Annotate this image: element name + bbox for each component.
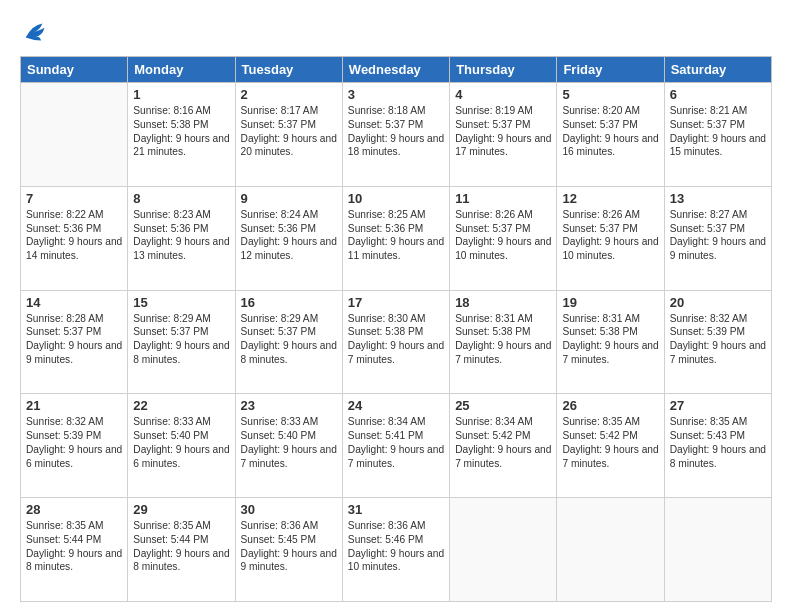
calendar-cell (557, 498, 664, 602)
day-info: Sunrise: 8:31 AM Sunset: 5:38 PM Dayligh… (455, 312, 551, 367)
calendar-cell: 8Sunrise: 8:23 AM Sunset: 5:36 PM Daylig… (128, 186, 235, 290)
calendar-cell: 24Sunrise: 8:34 AM Sunset: 5:41 PM Dayli… (342, 394, 449, 498)
day-number: 26 (562, 398, 658, 413)
day-number: 3 (348, 87, 444, 102)
day-number: 21 (26, 398, 122, 413)
calendar-header-tuesday: Tuesday (235, 57, 342, 83)
calendar-cell: 19Sunrise: 8:31 AM Sunset: 5:38 PM Dayli… (557, 290, 664, 394)
day-info: Sunrise: 8:28 AM Sunset: 5:37 PM Dayligh… (26, 312, 122, 367)
calendar-header-friday: Friday (557, 57, 664, 83)
day-number: 20 (670, 295, 766, 310)
day-number: 14 (26, 295, 122, 310)
day-number: 7 (26, 191, 122, 206)
day-number: 6 (670, 87, 766, 102)
day-info: Sunrise: 8:24 AM Sunset: 5:36 PM Dayligh… (241, 208, 337, 263)
day-number: 28 (26, 502, 122, 517)
day-info: Sunrise: 8:34 AM Sunset: 5:41 PM Dayligh… (348, 415, 444, 470)
day-info: Sunrise: 8:36 AM Sunset: 5:46 PM Dayligh… (348, 519, 444, 574)
calendar-week-0: 1Sunrise: 8:16 AM Sunset: 5:38 PM Daylig… (21, 83, 772, 187)
calendar-cell: 25Sunrise: 8:34 AM Sunset: 5:42 PM Dayli… (450, 394, 557, 498)
day-info: Sunrise: 8:34 AM Sunset: 5:42 PM Dayligh… (455, 415, 551, 470)
calendar-cell (450, 498, 557, 602)
day-info: Sunrise: 8:35 AM Sunset: 5:43 PM Dayligh… (670, 415, 766, 470)
calendar-cell: 10Sunrise: 8:25 AM Sunset: 5:36 PM Dayli… (342, 186, 449, 290)
calendar-header-monday: Monday (128, 57, 235, 83)
calendar-cell (21, 83, 128, 187)
day-info: Sunrise: 8:30 AM Sunset: 5:38 PM Dayligh… (348, 312, 444, 367)
day-info: Sunrise: 8:16 AM Sunset: 5:38 PM Dayligh… (133, 104, 229, 159)
day-number: 19 (562, 295, 658, 310)
calendar-cell (664, 498, 771, 602)
calendar-header-sunday: Sunday (21, 57, 128, 83)
day-info: Sunrise: 8:29 AM Sunset: 5:37 PM Dayligh… (241, 312, 337, 367)
calendar-cell: 20Sunrise: 8:32 AM Sunset: 5:39 PM Dayli… (664, 290, 771, 394)
calendar-cell: 5Sunrise: 8:20 AM Sunset: 5:37 PM Daylig… (557, 83, 664, 187)
calendar-cell: 15Sunrise: 8:29 AM Sunset: 5:37 PM Dayli… (128, 290, 235, 394)
day-info: Sunrise: 8:32 AM Sunset: 5:39 PM Dayligh… (26, 415, 122, 470)
calendar-cell: 9Sunrise: 8:24 AM Sunset: 5:36 PM Daylig… (235, 186, 342, 290)
day-info: Sunrise: 8:35 AM Sunset: 5:44 PM Dayligh… (133, 519, 229, 574)
day-info: Sunrise: 8:35 AM Sunset: 5:42 PM Dayligh… (562, 415, 658, 470)
calendar-header-wednesday: Wednesday (342, 57, 449, 83)
calendar-week-4: 28Sunrise: 8:35 AM Sunset: 5:44 PM Dayli… (21, 498, 772, 602)
day-number: 11 (455, 191, 551, 206)
day-info: Sunrise: 8:20 AM Sunset: 5:37 PM Dayligh… (562, 104, 658, 159)
day-number: 18 (455, 295, 551, 310)
calendar-header-thursday: Thursday (450, 57, 557, 83)
calendar-cell: 28Sunrise: 8:35 AM Sunset: 5:44 PM Dayli… (21, 498, 128, 602)
calendar-week-1: 7Sunrise: 8:22 AM Sunset: 5:36 PM Daylig… (21, 186, 772, 290)
page: SundayMondayTuesdayWednesdayThursdayFrid… (0, 0, 792, 612)
day-number: 16 (241, 295, 337, 310)
day-number: 25 (455, 398, 551, 413)
calendar-cell: 21Sunrise: 8:32 AM Sunset: 5:39 PM Dayli… (21, 394, 128, 498)
day-number: 1 (133, 87, 229, 102)
day-info: Sunrise: 8:22 AM Sunset: 5:36 PM Dayligh… (26, 208, 122, 263)
day-number: 15 (133, 295, 229, 310)
day-info: Sunrise: 8:35 AM Sunset: 5:44 PM Dayligh… (26, 519, 122, 574)
calendar-cell: 14Sunrise: 8:28 AM Sunset: 5:37 PM Dayli… (21, 290, 128, 394)
day-number: 13 (670, 191, 766, 206)
calendar-cell: 12Sunrise: 8:26 AM Sunset: 5:37 PM Dayli… (557, 186, 664, 290)
calendar-week-3: 21Sunrise: 8:32 AM Sunset: 5:39 PM Dayli… (21, 394, 772, 498)
day-number: 4 (455, 87, 551, 102)
day-number: 31 (348, 502, 444, 517)
day-number: 27 (670, 398, 766, 413)
day-info: Sunrise: 8:36 AM Sunset: 5:45 PM Dayligh… (241, 519, 337, 574)
day-info: Sunrise: 8:19 AM Sunset: 5:37 PM Dayligh… (455, 104, 551, 159)
calendar-cell: 31Sunrise: 8:36 AM Sunset: 5:46 PM Dayli… (342, 498, 449, 602)
calendar-cell: 13Sunrise: 8:27 AM Sunset: 5:37 PM Dayli… (664, 186, 771, 290)
logo-bird-icon (20, 18, 48, 46)
calendar-cell: 22Sunrise: 8:33 AM Sunset: 5:40 PM Dayli… (128, 394, 235, 498)
header (20, 18, 772, 46)
calendar-cell: 27Sunrise: 8:35 AM Sunset: 5:43 PM Dayli… (664, 394, 771, 498)
day-number: 17 (348, 295, 444, 310)
calendar-cell: 2Sunrise: 8:17 AM Sunset: 5:37 PM Daylig… (235, 83, 342, 187)
day-number: 24 (348, 398, 444, 413)
day-number: 22 (133, 398, 229, 413)
calendar-cell: 6Sunrise: 8:21 AM Sunset: 5:37 PM Daylig… (664, 83, 771, 187)
day-info: Sunrise: 8:17 AM Sunset: 5:37 PM Dayligh… (241, 104, 337, 159)
day-number: 8 (133, 191, 229, 206)
calendar-cell: 26Sunrise: 8:35 AM Sunset: 5:42 PM Dayli… (557, 394, 664, 498)
day-info: Sunrise: 8:32 AM Sunset: 5:39 PM Dayligh… (670, 312, 766, 367)
day-info: Sunrise: 8:31 AM Sunset: 5:38 PM Dayligh… (562, 312, 658, 367)
calendar-cell: 17Sunrise: 8:30 AM Sunset: 5:38 PM Dayli… (342, 290, 449, 394)
calendar-header-row: SundayMondayTuesdayWednesdayThursdayFrid… (21, 57, 772, 83)
day-number: 12 (562, 191, 658, 206)
calendar-week-2: 14Sunrise: 8:28 AM Sunset: 5:37 PM Dayli… (21, 290, 772, 394)
day-info: Sunrise: 8:33 AM Sunset: 5:40 PM Dayligh… (133, 415, 229, 470)
day-info: Sunrise: 8:23 AM Sunset: 5:36 PM Dayligh… (133, 208, 229, 263)
day-number: 23 (241, 398, 337, 413)
day-info: Sunrise: 8:29 AM Sunset: 5:37 PM Dayligh… (133, 312, 229, 367)
day-info: Sunrise: 8:27 AM Sunset: 5:37 PM Dayligh… (670, 208, 766, 263)
day-number: 2 (241, 87, 337, 102)
day-info: Sunrise: 8:18 AM Sunset: 5:37 PM Dayligh… (348, 104, 444, 159)
calendar-cell: 23Sunrise: 8:33 AM Sunset: 5:40 PM Dayli… (235, 394, 342, 498)
calendar-cell: 11Sunrise: 8:26 AM Sunset: 5:37 PM Dayli… (450, 186, 557, 290)
logo (20, 18, 50, 46)
day-number: 29 (133, 502, 229, 517)
calendar-cell: 18Sunrise: 8:31 AM Sunset: 5:38 PM Dayli… (450, 290, 557, 394)
calendar-cell: 30Sunrise: 8:36 AM Sunset: 5:45 PM Dayli… (235, 498, 342, 602)
calendar-cell: 3Sunrise: 8:18 AM Sunset: 5:37 PM Daylig… (342, 83, 449, 187)
day-number: 10 (348, 191, 444, 206)
